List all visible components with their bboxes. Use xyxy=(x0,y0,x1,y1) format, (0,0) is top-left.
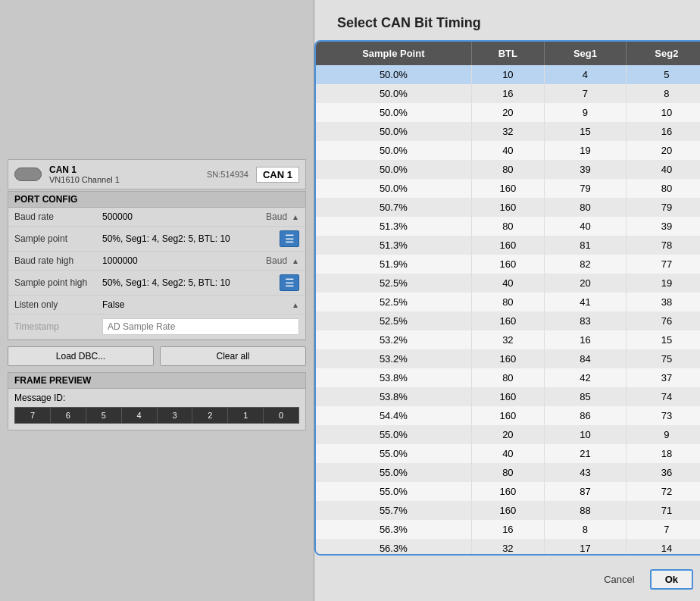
table-cell-seg2: 40 xyxy=(626,160,700,179)
table-cell-seg2: 15 xyxy=(626,330,700,349)
left-panel: CAN 1 VN1610 Channel 1 SN:514934 CAN 1 P… xyxy=(0,0,314,601)
baud-rate-arrow-icon[interactable]: ▲ xyxy=(292,213,299,221)
table-cell-seg2: 38 xyxy=(626,293,700,311)
table-cell-seg1: 20 xyxy=(545,274,627,293)
table-row[interactable]: 50.7%1608079 xyxy=(316,198,700,217)
table-row[interactable]: 55.0%1608772 xyxy=(316,482,700,501)
table-row[interactable]: 52.5%402019 xyxy=(316,274,700,293)
table-cell-btl: 80 xyxy=(471,368,545,387)
table-header-row: Sample Point BTL Seg1 Seg2 xyxy=(316,42,700,65)
table-cell-samplePoint: 55.0% xyxy=(316,444,471,463)
table-cell-seg1: 42 xyxy=(545,368,627,387)
table-cell-seg1: 39 xyxy=(545,160,627,179)
table-row[interactable]: 50.0%1678 xyxy=(316,84,700,103)
table-cell-samplePoint: 52.5% xyxy=(316,311,471,330)
table-row[interactable]: 54.4%1608673 xyxy=(316,406,700,425)
listen-only-arrow-icon[interactable]: ▲ xyxy=(292,301,299,309)
table-row[interactable]: 53.8%1608574 xyxy=(316,387,700,406)
sample-point-list-button[interactable]: ☰ xyxy=(280,230,299,247)
table-row[interactable]: 50.0%1607980 xyxy=(316,179,700,198)
table-cell-seg1: 81 xyxy=(545,236,627,255)
table-row[interactable]: 52.5%804138 xyxy=(316,293,700,311)
table-row[interactable]: 55.0%402118 xyxy=(316,444,700,463)
table-row[interactable]: 51.3%804039 xyxy=(316,217,700,236)
table-row[interactable]: 56.3%321714 xyxy=(316,539,700,556)
sample-point-high-list-button[interactable]: ☰ xyxy=(280,274,299,291)
table-row[interactable]: 51.9%1608277 xyxy=(316,255,700,274)
table-row[interactable]: 53.8%804237 xyxy=(316,368,700,387)
baud-rate-value: 500000 xyxy=(102,211,260,222)
table-row[interactable]: 52.5%1608376 xyxy=(316,311,700,330)
table-cell-btl: 160 xyxy=(471,179,545,198)
table-cell-samplePoint: 51.3% xyxy=(316,236,471,255)
table-row[interactable]: 55.0%804336 xyxy=(316,463,700,482)
table-cell-seg1: 16 xyxy=(545,330,627,349)
table-row[interactable]: 55.7%1608871 xyxy=(316,501,700,520)
list-icon: ☰ xyxy=(285,233,295,245)
table-cell-btl: 160 xyxy=(471,255,545,274)
table-cell-samplePoint: 53.8% xyxy=(316,387,471,406)
table-cell-samplePoint: 50.0% xyxy=(316,84,471,103)
table-cell-seg2: 80 xyxy=(626,179,700,198)
sample-point-label: Sample point xyxy=(14,233,98,244)
bit-cell: 1 xyxy=(228,408,264,423)
load-dbc-button[interactable]: Load DBC... xyxy=(8,346,154,366)
table-row[interactable]: 56.3%1687 xyxy=(316,520,700,539)
table-cell-samplePoint: 52.5% xyxy=(316,274,471,293)
table-row[interactable]: 53.2%1608475 xyxy=(316,349,700,368)
table-cell-seg2: 20 xyxy=(626,141,700,160)
table-row[interactable]: 55.0%20109 xyxy=(316,425,700,444)
table-row[interactable]: 50.0%803940 xyxy=(316,160,700,179)
sample-point-row: Sample point 50%, Seg1: 4, Seg2: 5, BTL:… xyxy=(8,227,305,252)
table-row[interactable]: 50.0%1045 xyxy=(316,65,700,84)
table-cell-samplePoint: 50.0% xyxy=(316,179,471,198)
table-cell-samplePoint: 56.3% xyxy=(316,520,471,539)
table-row[interactable]: 53.2%321615 xyxy=(316,330,700,349)
can-channel-label: VN1610 Channel 1 xyxy=(49,175,199,184)
sample-point-high-row: Sample point high 50%, Seg1: 4, Seg2: 5,… xyxy=(8,271,305,296)
table-cell-seg1: 79 xyxy=(545,179,627,198)
bit-cell: 6 xyxy=(51,408,86,423)
table-cell-seg1: 40 xyxy=(545,217,627,236)
table-cell-seg1: 15 xyxy=(545,122,627,141)
table-row[interactable]: 50.0%321516 xyxy=(316,122,700,141)
table-row[interactable]: 50.0%20910 xyxy=(316,103,700,122)
message-id-label: Message ID: xyxy=(14,393,65,403)
table-row[interactable]: 50.0%401920 xyxy=(316,141,700,160)
table-cell-seg1: 84 xyxy=(545,349,627,368)
popup-title: Select CAN Bit Timing xyxy=(314,15,481,31)
table-cell-seg2: 7 xyxy=(626,520,700,539)
table-cell-seg2: 8 xyxy=(626,84,700,103)
listen-only-value: False xyxy=(102,299,287,310)
timestamp-row: Timestamp xyxy=(8,315,305,340)
table-cell-btl: 20 xyxy=(471,103,545,122)
table-cell-seg2: 39 xyxy=(626,217,700,236)
table-cell-seg2: 16 xyxy=(626,122,700,141)
table-cell-btl: 160 xyxy=(471,482,545,501)
table-cell-seg2: 10 xyxy=(626,103,700,122)
cancel-button[interactable]: Cancel xyxy=(604,574,634,585)
table-cell-seg1: 21 xyxy=(545,444,627,463)
table-cell-seg1: 87 xyxy=(545,482,627,501)
table-cell-btl: 80 xyxy=(471,217,545,236)
timestamp-input[interactable] xyxy=(102,318,299,335)
can-toggle[interactable] xyxy=(14,167,42,181)
table-row[interactable]: 51.3%1608178 xyxy=(316,236,700,255)
baud-rate-high-arrow-icon[interactable]: ▲ xyxy=(292,257,299,265)
table-cell-samplePoint: 51.3% xyxy=(316,217,471,236)
table-cell-seg1: 88 xyxy=(545,501,627,520)
listen-only-label: Listen only xyxy=(14,299,98,310)
table-cell-seg1: 10 xyxy=(545,425,627,444)
col-btl: BTL xyxy=(471,42,545,65)
table-cell-seg2: 73 xyxy=(626,406,700,425)
table-cell-seg2: 14 xyxy=(626,539,700,556)
baud-rate-high-row: Baud rate high 1000000 Baud ▲ xyxy=(8,252,305,271)
table-cell-samplePoint: 50.0% xyxy=(316,160,471,179)
ok-button[interactable]: Ok xyxy=(650,569,693,590)
bit-timing-table-container[interactable]: Sample Point BTL Seg1 Seg2 50.0%104550.0… xyxy=(314,40,700,556)
clear-all-button[interactable]: Clear all xyxy=(160,346,306,366)
table-cell-samplePoint: 52.5% xyxy=(316,293,471,311)
can-info: CAN 1 VN1610 Channel 1 xyxy=(49,164,199,184)
baud-rate-high-value: 1000000 xyxy=(102,255,260,266)
table-cell-btl: 20 xyxy=(471,425,545,444)
